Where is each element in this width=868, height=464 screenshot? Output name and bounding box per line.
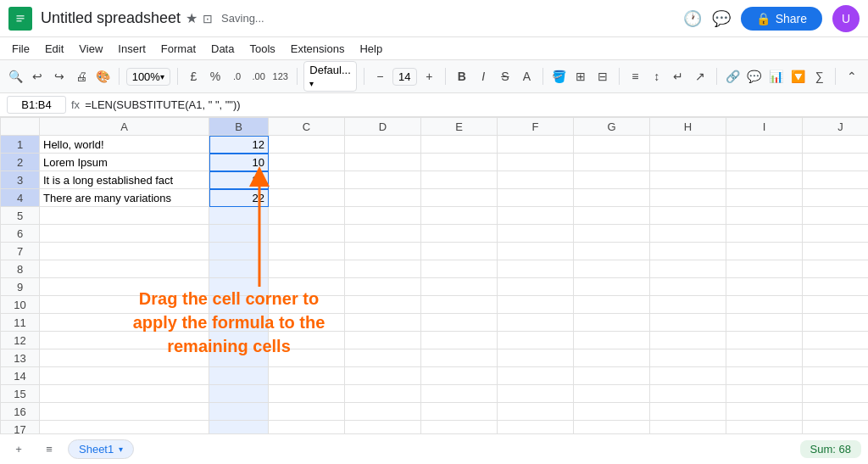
expand-button[interactable]: ⌃ <box>843 64 861 88</box>
filter-button[interactable]: 🔽 <box>788 64 807 88</box>
folder-icon[interactable]: ⊡ <box>203 12 213 25</box>
col-header-c[interactable]: C <box>269 118 345 136</box>
cell-g15[interactable] <box>574 385 650 403</box>
merge-button[interactable]: ⊟ <box>593 64 612 88</box>
chat-icon[interactable]: 💬 <box>712 9 731 28</box>
cell-i7[interactable] <box>726 243 803 260</box>
menu-extensions[interactable]: Extensions <box>284 41 352 57</box>
cell-h15[interactable] <box>650 385 726 403</box>
cell-d8[interactable] <box>345 260 421 278</box>
cell-j11[interactable] <box>803 314 869 332</box>
cell-j9[interactable] <box>803 278 869 296</box>
cell-j10[interactable] <box>803 296 869 314</box>
cell-b2[interactable]: 10 <box>209 154 269 171</box>
cell-c14[interactable] <box>269 367 345 385</box>
cell-a6[interactable] <box>40 225 209 243</box>
menu-view[interactable]: View <box>72 41 109 57</box>
decimal1-button[interactable]: .0 <box>228 64 247 88</box>
zoom-control[interactable]: 100% ▾ <box>126 68 170 86</box>
cell-d12[interactable] <box>345 332 421 349</box>
menu-insert[interactable]: Insert <box>111 41 153 57</box>
row-header-4[interactable]: 4 <box>1 189 40 207</box>
cell-e2[interactable] <box>421 154 498 171</box>
col-header-a[interactable]: A <box>40 118 209 136</box>
row-header-5[interactable]: 5 <box>1 207 40 225</box>
cell-b11[interactable] <box>209 314 269 332</box>
cell-g1[interactable] <box>574 136 650 154</box>
cell-g16[interactable] <box>574 403 650 421</box>
cell-i17[interactable] <box>726 421 803 434</box>
cell-b12[interactable] <box>209 332 269 349</box>
row-header-12[interactable]: 12 <box>1 332 40 349</box>
history-icon[interactable]: 🕐 <box>683 9 702 28</box>
menu-edit[interactable]: Edit <box>38 41 70 57</box>
cell-f12[interactable] <box>498 332 574 349</box>
cell-d13[interactable] <box>345 349 421 367</box>
cell-a8[interactable] <box>40 260 209 278</box>
cell-f4[interactable] <box>498 189 574 207</box>
cell-a15[interactable] <box>40 385 209 403</box>
cell-g9[interactable] <box>574 278 650 296</box>
cell-i4[interactable] <box>726 189 803 207</box>
font-size-box[interactable]: 14 <box>392 68 416 86</box>
cell-e11[interactable] <box>421 314 498 332</box>
cell-b15[interactable] <box>209 385 269 403</box>
link-button[interactable]: 🔗 <box>724 64 743 88</box>
cell-d15[interactable] <box>345 385 421 403</box>
cell-a13[interactable] <box>40 349 209 367</box>
cell-e7[interactable] <box>421 243 498 260</box>
cell-c12[interactable] <box>269 332 345 349</box>
font-select[interactable]: Defaul... ▾ <box>303 61 356 92</box>
cell-h5[interactable] <box>650 207 726 225</box>
row-header-8[interactable]: 8 <box>1 260 40 278</box>
cell-e12[interactable] <box>421 332 498 349</box>
cell-b13[interactable] <box>209 349 269 367</box>
cell-a9[interactable] <box>40 278 209 296</box>
row-header-6[interactable]: 6 <box>1 225 40 243</box>
cell-f17[interactable] <box>498 421 574 434</box>
cell-a16[interactable] <box>40 403 209 421</box>
cell-j1[interactable] <box>803 136 869 154</box>
cell-c4[interactable] <box>269 189 345 207</box>
cell-b5[interactable] <box>209 207 269 225</box>
grid-container[interactable]: A B C D E F G H I J K 1Hello, world!122L… <box>0 117 868 433</box>
fill-color-button[interactable]: 🪣 <box>550 64 569 88</box>
cell-i12[interactable] <box>726 332 803 349</box>
cell-j8[interactable] <box>803 260 869 278</box>
search-button[interactable]: 🔍 <box>7 64 25 88</box>
strikethrough-button[interactable]: S <box>496 64 515 88</box>
cell-h3[interactable] <box>650 171 726 189</box>
redo-button[interactable]: ↪ <box>50 64 69 88</box>
cell-b9[interactable] <box>209 278 269 296</box>
cell-b17[interactable] <box>209 421 269 434</box>
col-header-i[interactable]: I <box>726 118 803 136</box>
cell-f7[interactable] <box>498 243 574 260</box>
cell-e14[interactable] <box>421 367 498 385</box>
cell-c16[interactable] <box>269 403 345 421</box>
cell-d2[interactable] <box>345 154 421 171</box>
cell-g13[interactable] <box>574 349 650 367</box>
cell-a2[interactable]: Lorem Ipsum <box>40 154 209 171</box>
menu-file[interactable]: File <box>5 41 36 57</box>
cell-i16[interactable] <box>726 403 803 421</box>
format-123-button[interactable]: 123 <box>271 64 290 88</box>
font-size-minus[interactable]: − <box>371 64 390 88</box>
col-header-h[interactable]: H <box>650 118 726 136</box>
paint-format-button[interactable]: 🎨 <box>93 64 112 88</box>
cell-g2[interactable] <box>574 154 650 171</box>
cell-g12[interactable] <box>574 332 650 349</box>
col-header-b[interactable]: B <box>209 118 269 136</box>
comment-button[interactable]: 💬 <box>745 64 764 88</box>
add-sheet-button[interactable]: + <box>7 438 31 461</box>
cell-h13[interactable] <box>650 349 726 367</box>
cell-e6[interactable] <box>421 225 498 243</box>
cell-e1[interactable] <box>421 136 498 154</box>
cell-f3[interactable] <box>498 171 574 189</box>
cell-c10[interactable] <box>269 296 345 314</box>
cell-j17[interactable] <box>803 421 869 434</box>
cell-b4[interactable]: 22 <box>209 189 269 207</box>
menu-tools[interactable]: Tools <box>242 41 281 57</box>
cell-h10[interactable] <box>650 296 726 314</box>
cell-a1[interactable]: Hello, world! <box>40 136 209 154</box>
chart-button[interactable]: 📊 <box>767 64 786 88</box>
